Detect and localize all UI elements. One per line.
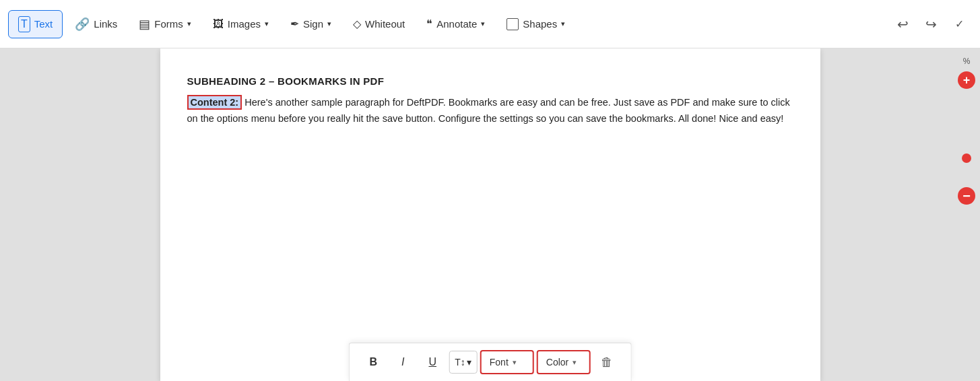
main-toolbar: T Text 🔗 Links ▤ Forms ▾ 🖼 Images ▾ ✒ Si… bbox=[0, 0, 980, 48]
main-area: SUBHEADING 2 – BOOKMARKS IN PDF Content … bbox=[0, 48, 980, 381]
shapes-label: Shapes bbox=[523, 18, 557, 30]
underline-button[interactable]: U bbox=[419, 349, 446, 376]
whiteout-label: Whiteout bbox=[365, 18, 405, 30]
forms-label: Forms bbox=[154, 18, 183, 30]
text-label: Text bbox=[34, 18, 53, 30]
images-icon: 🖼 bbox=[213, 18, 224, 30]
whiteout-tool-button[interactable]: ◇ Whiteout bbox=[344, 12, 414, 36]
pdf-canvas: SUBHEADING 2 – BOOKMARKS IN PDF Content … bbox=[0, 48, 980, 381]
pdf-content-paragraph: Content 2: Here's another sample paragra… bbox=[187, 95, 793, 127]
redo-icon: ↪ bbox=[925, 16, 937, 32]
annotate-icon: ❝ bbox=[426, 18, 432, 30]
color-chevron-icon: ▾ bbox=[573, 358, 577, 367]
undo-icon: ↩ bbox=[897, 16, 909, 32]
text-tool-button[interactable]: T Text bbox=[8, 10, 63, 38]
shapes-icon bbox=[507, 18, 519, 30]
whiteout-icon: ◇ bbox=[353, 18, 361, 30]
font-size-dropdown[interactable]: T↕ ▾ bbox=[449, 351, 478, 374]
color-dropdown[interactable]: Color ▾ bbox=[537, 350, 591, 374]
images-chevron-icon: ▾ bbox=[265, 20, 269, 28]
font-size-label: T↕ bbox=[455, 357, 465, 368]
more-button[interactable]: ✓ bbox=[946, 11, 972, 37]
links-tool-button[interactable]: 🔗 Links bbox=[65, 11, 127, 37]
pdf-page: SUBHEADING 2 – BOOKMARKS IN PDF Content … bbox=[160, 48, 820, 381]
links-icon: 🔗 bbox=[75, 17, 90, 32]
italic-button[interactable]: I bbox=[389, 349, 416, 376]
sign-chevron-icon: ▾ bbox=[327, 20, 331, 28]
bold-button[interactable]: B bbox=[360, 349, 387, 376]
right-sidebar: % + − bbox=[953, 48, 980, 381]
zoom-out-button[interactable]: − bbox=[958, 187, 975, 205]
undo-button[interactable]: ↩ bbox=[890, 11, 915, 37]
images-tool-button[interactable]: 🖼 Images ▾ bbox=[203, 13, 278, 36]
annotate-label: Annotate bbox=[436, 18, 477, 30]
pdf-subheading: SUBHEADING 2 – BOOKMARKS IN PDF bbox=[187, 75, 793, 87]
font-chevron-icon: ▾ bbox=[513, 358, 517, 367]
content-text: Here's another sample paragraph for Deft… bbox=[187, 97, 790, 124]
delete-icon: 🗑 bbox=[601, 355, 613, 370]
sign-label: Sign bbox=[303, 18, 323, 30]
zoom-in-button[interactable]: + bbox=[958, 71, 975, 89]
content-label-highlighted[interactable]: Content 2: bbox=[187, 95, 242, 110]
images-label: Images bbox=[228, 18, 261, 30]
font-family-label: Font bbox=[490, 357, 509, 368]
text-icon: T bbox=[18, 16, 30, 32]
sign-tool-button[interactable]: ✒ Sign ▾ bbox=[281, 12, 341, 36]
font-size-chevron-icon: ▾ bbox=[467, 357, 471, 368]
more-icon: ✓ bbox=[955, 18, 964, 30]
color-label: Color bbox=[546, 357, 568, 368]
sidebar-dot-button[interactable] bbox=[962, 153, 971, 163]
forms-chevron-icon: ▾ bbox=[187, 20, 191, 28]
links-label: Links bbox=[94, 18, 117, 30]
shapes-chevron-icon: ▾ bbox=[561, 20, 565, 28]
font-family-dropdown[interactable]: Font ▾ bbox=[480, 350, 534, 374]
annotate-chevron-icon: ▾ bbox=[481, 20, 485, 28]
annotate-tool-button[interactable]: ❝ Annotate ▾ bbox=[417, 12, 494, 36]
format-toolbar: B I U T↕ ▾ Font ▾ Color ▾ 🗑 bbox=[348, 343, 632, 381]
delete-button[interactable]: 🗑 bbox=[593, 349, 620, 376]
shapes-tool-button[interactable]: Shapes ▾ bbox=[497, 13, 575, 36]
redo-button[interactable]: ↪ bbox=[918, 11, 944, 37]
forms-icon: ▤ bbox=[139, 17, 150, 32]
zoom-percent-label: % bbox=[963, 57, 971, 66]
sign-icon: ✒ bbox=[290, 18, 299, 30]
forms-tool-button[interactable]: ▤ Forms ▾ bbox=[129, 11, 201, 37]
